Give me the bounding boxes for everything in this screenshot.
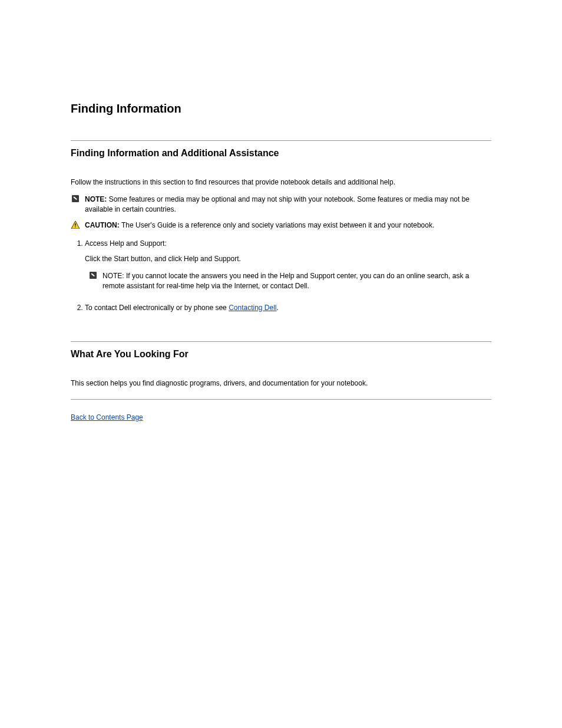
caution-callout: CAUTION: The User's Guide is a reference… — [71, 220, 491, 230]
section-rule — [71, 341, 491, 342]
step-1-note: NOTE: If you cannot locate the answers y… — [88, 271, 491, 291]
note-icon — [71, 195, 80, 202]
section-rule — [71, 399, 491, 400]
back-to-contents-link[interactable]: Back to Contents Page — [71, 413, 143, 421]
caution-text: CAUTION: The User's Guide is a reference… — [85, 220, 491, 230]
section2-intro: This section helps you find diagnostic p… — [71, 378, 491, 388]
step-1: Access Help and Support: Click the Start… — [85, 239, 491, 291]
note-body: If you cannot locate the answers you nee… — [103, 272, 469, 290]
step-2-text: To contact Dell electronically or by pho… — [85, 303, 491, 313]
step-2-prefix: To contact Dell electronically or by pho… — [85, 304, 229, 312]
section-heading-1: Finding Information and Additional Assis… — [71, 147, 491, 160]
step-1-note-text: NOTE: If you cannot locate the answers y… — [103, 271, 491, 291]
section-heading-2: What Are You Looking For — [71, 348, 491, 361]
intro-paragraph: Follow the instructions in this section … — [71, 177, 491, 187]
step-2-suffix: . — [277, 304, 279, 312]
step-1-instruction: Click the Start button, and click Help a… — [85, 254, 491, 264]
caution-body: The User's Guide is a reference only and… — [121, 221, 434, 229]
caution-icon — [71, 220, 80, 229]
contacting-dell-link[interactable]: Contacting Dell — [229, 304, 276, 312]
step-1-text: Access Help and Support: — [85, 239, 491, 249]
svg-rect-1 — [75, 223, 75, 226]
note-lead: NOTE: — [103, 272, 126, 280]
note-text: NOTE: Some features or media may be opti… — [85, 195, 491, 215]
note-callout: NOTE: Some features or media may be opti… — [71, 195, 491, 215]
page-title: Finding Information — [71, 100, 491, 117]
back-to-contents: Back to Contents Page — [71, 413, 491, 423]
steps-list: Access Help and Support: Click the Start… — [71, 239, 491, 313]
caution-lead: CAUTION: — [85, 221, 121, 229]
section-rule — [71, 140, 491, 141]
note-body: Some features or media may be optional a… — [85, 195, 470, 213]
note-icon — [88, 271, 98, 279]
step-2: To contact Dell electronically or by pho… — [85, 303, 491, 313]
note-lead: NOTE: — [85, 195, 109, 203]
svg-rect-2 — [75, 226, 75, 228]
